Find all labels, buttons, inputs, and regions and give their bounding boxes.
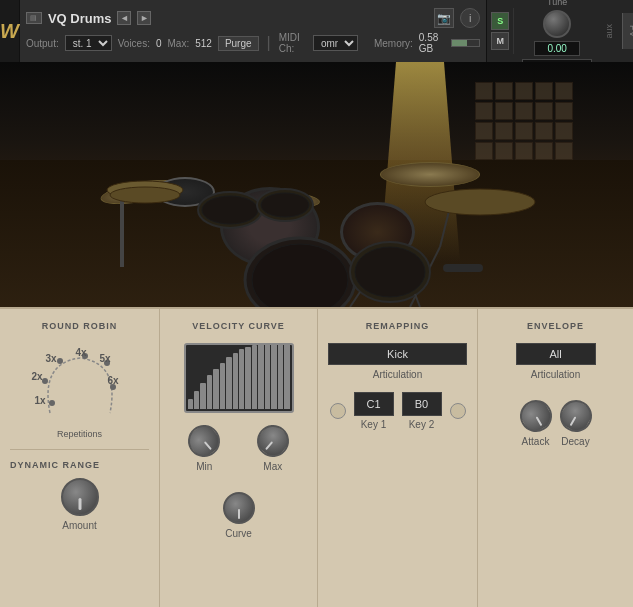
tune-section: S M Tune 0.00 aux PV xyxy=(486,0,633,62)
hihat-stand xyxy=(120,187,124,267)
velocity-bar xyxy=(252,345,257,409)
velocity-bar xyxy=(258,344,263,409)
vel-curve-knob-group: Curve xyxy=(223,492,255,539)
velocity-bar xyxy=(278,343,283,409)
velocity-bar xyxy=(213,369,218,409)
rr-label-3x: 3x xyxy=(46,353,57,364)
voices-label: Voices: xyxy=(118,38,150,49)
memory-bar xyxy=(451,39,480,47)
m-button[interactable]: M xyxy=(491,32,509,50)
logo-area: W xyxy=(0,0,20,62)
svg-point-15 xyxy=(49,400,55,406)
velocity-bar xyxy=(200,383,205,409)
waveform-logo: W xyxy=(0,20,19,43)
key2-label: Key 2 xyxy=(409,419,435,430)
envelope-panel: ENVELOPE All Articulation Attack Decay xyxy=(478,309,633,607)
velocity-bar xyxy=(207,375,212,409)
rr-repetitions-label: Repetitions xyxy=(10,429,149,439)
velocity-controls: Min Max xyxy=(170,425,307,472)
remapping-articulation-button[interactable]: Kick xyxy=(328,343,467,365)
vel-min-label: Min xyxy=(196,461,212,472)
remapping-title: REMAPPING xyxy=(328,321,467,331)
max-value: 512 xyxy=(195,38,212,49)
info-button[interactable]: i xyxy=(460,8,480,28)
velocity-bar xyxy=(284,343,289,409)
velocity-curve-title: VELOCITY CURVE xyxy=(170,321,307,331)
pv-button[interactable]: PV xyxy=(622,13,633,49)
key1-circle-arrow[interactable] xyxy=(330,403,346,419)
velocity-bar xyxy=(188,399,193,409)
velocity-curve-display xyxy=(184,343,294,413)
envelope-articulation-button[interactable]: All xyxy=(516,343,596,365)
acoustic-panels xyxy=(475,82,573,160)
next-instrument-button[interactable]: ► xyxy=(137,11,151,25)
velocity-bar xyxy=(220,363,225,409)
curve-knob-row: Curve xyxy=(170,492,307,539)
remapping-articulation-label: Articulation xyxy=(328,369,467,380)
key1-input[interactable]: C1 xyxy=(354,392,394,416)
key2-input[interactable]: B0 xyxy=(402,392,442,416)
output-label: Output: xyxy=(26,38,59,49)
rr-label-5x: 5x xyxy=(100,353,111,364)
velocity-bars xyxy=(186,345,292,411)
instrument-info: ▤ VQ Drums ◄ ► 📷 i Output: st. 1 Voices:… xyxy=(20,0,486,62)
midi-select[interactable]: omni xyxy=(313,35,358,51)
vel-curve-knob[interactable] xyxy=(223,492,255,524)
drum-stool xyxy=(443,264,483,272)
velocity-bar xyxy=(226,357,231,409)
key1-label: Key 1 xyxy=(361,419,387,430)
bass-drum xyxy=(220,187,320,267)
attack-knob-group: Attack xyxy=(520,400,552,447)
decay-knob[interactable] xyxy=(554,394,598,438)
purge-button[interactable]: Purge xyxy=(218,36,259,51)
amount-label: Amount xyxy=(62,520,96,531)
remap-keys-row: C1 Key 1 B0 Key 2 xyxy=(328,392,467,430)
instrument-name: VQ Drums xyxy=(48,11,112,26)
output-select[interactable]: st. 1 xyxy=(65,35,112,51)
prev-instrument-button[interactable]: ◄ xyxy=(117,11,131,25)
attack-knob[interactable] xyxy=(514,394,558,438)
camera-button[interactable]: 📷 xyxy=(434,8,454,28)
amount-knob[interactable] xyxy=(61,478,99,516)
envelope-articulation-label: Articulation xyxy=(488,369,623,380)
aux-label: aux xyxy=(604,24,614,39)
max-label: Max: xyxy=(168,38,190,49)
velocity-bar xyxy=(194,391,199,409)
envelope-title: ENVELOPE xyxy=(488,321,623,331)
tune-knob[interactable] xyxy=(543,10,571,38)
vel-max-knob-group: Max xyxy=(257,425,289,472)
key2-circle-arrow[interactable] xyxy=(450,403,466,419)
dynamic-range-section: DYNAMIC RANGE Amount xyxy=(10,449,149,531)
attack-label: Attack xyxy=(522,436,550,447)
round-robin-title: ROUND ROBIN xyxy=(10,321,149,331)
instrument-type-icon: ▤ xyxy=(26,12,42,24)
vel-min-knob[interactable] xyxy=(182,418,227,463)
decay-label: Decay xyxy=(561,436,589,447)
rr-label-6x: 6x xyxy=(108,375,119,386)
key2-group: B0 Key 2 xyxy=(402,392,442,430)
velocity-bar xyxy=(233,353,238,409)
velocity-bar xyxy=(271,343,276,409)
vel-curve-label: Curve xyxy=(225,528,252,539)
cymbal-2 xyxy=(380,162,480,187)
separator-1: | xyxy=(267,34,271,52)
velocity-curve-panel: VELOCITY CURVE Min Max Curve xyxy=(160,309,318,607)
tune-label: Tune xyxy=(547,0,567,7)
voices-value: 0 xyxy=(156,38,162,49)
velocity-bar xyxy=(245,347,250,409)
svg-point-17 xyxy=(57,358,63,364)
top-bar: W ▤ VQ Drums ◄ ► 📷 i Output: st. 1 Voice… xyxy=(0,0,633,62)
rr-label-1x: 1x xyxy=(35,395,46,406)
s-button[interactable]: S xyxy=(491,12,509,30)
vel-max-label: Max xyxy=(263,461,282,472)
amount-knob-group: Amount xyxy=(10,478,149,531)
snare-drum xyxy=(155,177,215,207)
memory-label: Memory: xyxy=(374,38,413,49)
velocity-bar xyxy=(265,343,270,409)
dynamic-range-title: DYNAMIC RANGE xyxy=(10,460,149,470)
decay-knob-group: Decay xyxy=(560,400,592,447)
vel-max-knob[interactable] xyxy=(250,418,295,463)
envelope-controls: Attack Decay xyxy=(488,400,623,447)
round-robin-panel: ROUND ROBIN 1x 2x 3x 4x 5x 6x Repetition… xyxy=(0,309,160,607)
midi-label: MIDI Ch: xyxy=(279,32,307,54)
